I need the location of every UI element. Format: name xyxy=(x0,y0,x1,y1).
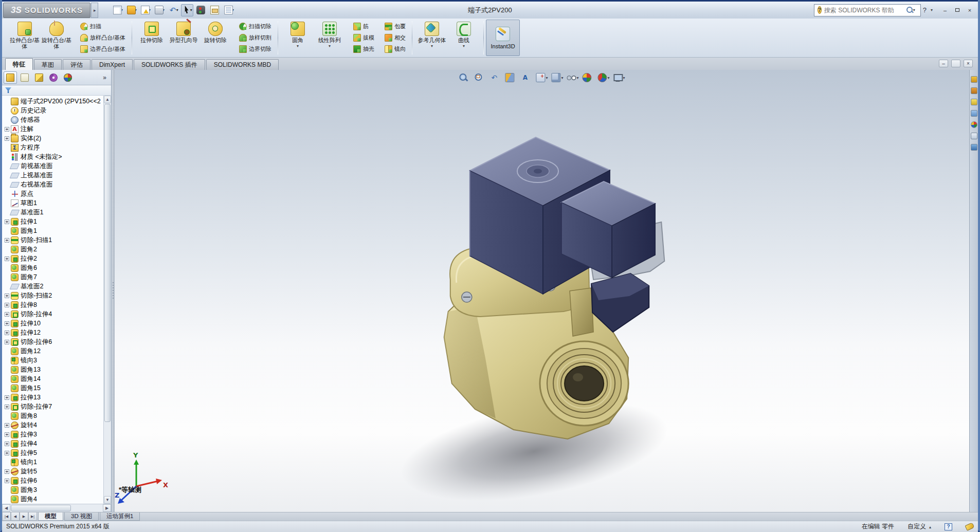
tree-item[interactable]: 前视基准面 xyxy=(4,161,103,171)
tree-item[interactable]: 基准面1 xyxy=(4,208,103,217)
document-tab[interactable]: 模型 xyxy=(38,512,63,521)
tree-item[interactable]: 材质 <未指定> xyxy=(4,152,103,161)
forum-icon[interactable] xyxy=(971,144,977,151)
annotation-view-button[interactable]: ▾ xyxy=(519,72,533,83)
ribbon-button[interactable]: 边界切除 xyxy=(237,44,274,54)
tree-item[interactable]: 历史记录 xyxy=(4,106,103,115)
expand-plus-icon[interactable] xyxy=(5,127,9,132)
undo-button[interactable]: ▾ xyxy=(167,4,179,16)
expand-plus-icon[interactable] xyxy=(5,136,9,141)
design-library-icon[interactable] xyxy=(971,87,977,94)
document-tab[interactable]: 3D 视图 xyxy=(64,512,99,521)
view-orientation-button[interactable]: ▾ xyxy=(535,72,549,83)
tree-item[interactable]: 圆角6 xyxy=(4,263,103,272)
nav-prev-button[interactable]: ◀ xyxy=(11,512,20,521)
expand-plus-icon[interactable] xyxy=(5,479,9,483)
instant3d-button[interactable]: Instant3D xyxy=(486,20,520,56)
tree-item[interactable]: 拉伸13 xyxy=(4,393,103,402)
nav-next-button[interactable]: ▶ xyxy=(20,512,28,521)
close-button[interactable]: × xyxy=(965,6,975,14)
tree-item[interactable]: 传感器 xyxy=(4,115,103,124)
ribbon-button[interactable]: 镜向 xyxy=(383,44,408,54)
tree-item[interactable]: 旋转4 xyxy=(4,420,103,430)
status-custom-dropdown[interactable]: 自定义▴ xyxy=(908,522,931,531)
tree-item[interactable]: 拉伸2 xyxy=(4,254,103,263)
expand-plus-icon[interactable] xyxy=(5,219,9,224)
tree-item[interactable]: 圆角15 xyxy=(4,383,103,393)
print-button[interactable]: ▾ xyxy=(153,4,166,16)
tree-item[interactable]: 实体(2) xyxy=(4,134,103,143)
dropdown-arrow-icon[interactable]: ▾ xyxy=(561,76,564,80)
appearances-scenes-icon[interactable] xyxy=(971,121,977,128)
expand-plus-icon[interactable] xyxy=(5,238,9,243)
scroll-up-icon[interactable]: ▲ xyxy=(104,96,111,103)
ribbon-button[interactable]: 线性阵列 ▾ xyxy=(314,20,345,56)
tree-item[interactable]: 切除-拉伸4 xyxy=(4,309,103,319)
tree-item[interactable]: 原点 xyxy=(4,189,103,198)
rebuild-button[interactable]: ▾ xyxy=(195,4,207,16)
expand-plus-icon[interactable] xyxy=(5,312,9,317)
tree-item[interactable]: 圆角7 xyxy=(4,272,103,282)
zoom-to-area-button[interactable]: ▾ xyxy=(473,72,487,83)
ribbon-button[interactable]: 旋转切除 xyxy=(200,20,231,56)
graphics-viewport[interactable]: Y X Z ▾ ▾ ▾ xyxy=(115,70,969,512)
tree-item[interactable]: 圆角4 xyxy=(4,494,103,504)
edit-appearance-button[interactable]: ▾ xyxy=(582,72,595,83)
dropdown-arrow-icon[interactable]: ▾ xyxy=(623,76,625,80)
ribbon-button[interactable]: 参考几何体 ▾ xyxy=(416,20,447,56)
ribbon-button[interactable]: 相交 xyxy=(383,33,408,43)
new-document-button[interactable]: ▾ xyxy=(112,4,124,16)
view-palette-icon[interactable] xyxy=(971,110,977,117)
ribbon-button[interactable]: 拔模 xyxy=(351,33,376,43)
tree-item[interactable]: 基准面2 xyxy=(4,282,103,291)
tree-item[interactable]: 旋转5 xyxy=(4,467,103,476)
tree-item[interactable]: 拉伸3 xyxy=(4,430,103,439)
command-tab[interactable]: 特征 xyxy=(5,58,33,70)
ribbon-button[interactable]: 曲线 ▾ xyxy=(448,20,479,56)
apply-scene-button[interactable]: ▾ xyxy=(597,72,611,83)
command-tab[interactable]: DimXpert xyxy=(92,59,133,70)
expand-plus-icon[interactable] xyxy=(5,256,9,261)
expand-plus-icon[interactable] xyxy=(5,442,9,446)
dropdown-arrow-icon[interactable]: ▾ xyxy=(608,76,610,80)
tree-item[interactable]: 切除-扫描1 xyxy=(4,235,103,245)
tree-item[interactable]: 草图1 xyxy=(4,198,103,208)
zoom-to-fit-button[interactable]: ▾ xyxy=(458,72,471,83)
search-input[interactable] xyxy=(824,7,904,14)
featuremanager-tree-tab[interactable] xyxy=(4,71,17,84)
expand-plus-icon[interactable] xyxy=(5,321,9,326)
scroll-right-icon[interactable]: ▶ xyxy=(103,504,111,512)
file-properties-button[interactable]: ▾ xyxy=(209,4,221,16)
ribbon-button[interactable]: 放样凸台/基体 xyxy=(78,33,128,43)
minimize-button[interactable]: – xyxy=(940,6,950,14)
menu-expand-button[interactable]: ▸ xyxy=(91,3,98,18)
tree-item[interactable]: 圆角12 xyxy=(4,346,103,356)
tree-item[interactable]: 端子式2PV200 (2PV150<<2 xyxy=(4,97,103,106)
ribbon-button[interactable]: 拉伸切除 xyxy=(136,20,167,56)
tree-item[interactable]: 切除-拉伸6 xyxy=(4,337,103,346)
expand-plus-icon[interactable] xyxy=(5,405,9,409)
tree-item[interactable]: 右视基准面 xyxy=(4,180,103,189)
ribbon-button[interactable]: 扫描切除 xyxy=(237,22,274,32)
expand-plus-icon[interactable] xyxy=(5,423,9,428)
doc-close-button[interactable]: × xyxy=(964,60,973,67)
ribbon-button[interactable]: 拉伸凸台/基体 xyxy=(9,20,40,56)
section-view-button[interactable]: ▾ xyxy=(504,72,518,83)
tree-item[interactable]: 上视基准面 xyxy=(4,171,103,180)
select-button[interactable]: ▾ xyxy=(181,4,193,16)
dropdown-arrow-icon[interactable]: ▾ xyxy=(190,8,192,12)
document-tab[interactable]: 运动算例1 xyxy=(100,512,140,521)
ribbon-button[interactable]: 抽壳 xyxy=(351,44,376,54)
restore-button[interactable] xyxy=(952,6,963,14)
tree-item[interactable]: 拉伸1 xyxy=(4,217,103,226)
manager-tabs-more-button[interactable]: » xyxy=(100,74,110,81)
resources-icon[interactable] xyxy=(971,76,977,83)
tree-item[interactable]: 圆角1 xyxy=(4,226,103,235)
dropdown-arrow-icon[interactable]: ▾ xyxy=(546,76,548,80)
propertymanager-tab[interactable] xyxy=(18,71,31,84)
dropdown-arrow-icon[interactable]: ▾ xyxy=(577,76,579,80)
tree-item[interactable]: 圆角13 xyxy=(4,365,103,374)
ribbon-button[interactable]: 圆角 ▾ xyxy=(282,20,313,56)
tree-item[interactable]: 圆角2 xyxy=(4,245,103,254)
ribbon-button[interactable]: 旋转凸台/基体 xyxy=(41,20,72,56)
